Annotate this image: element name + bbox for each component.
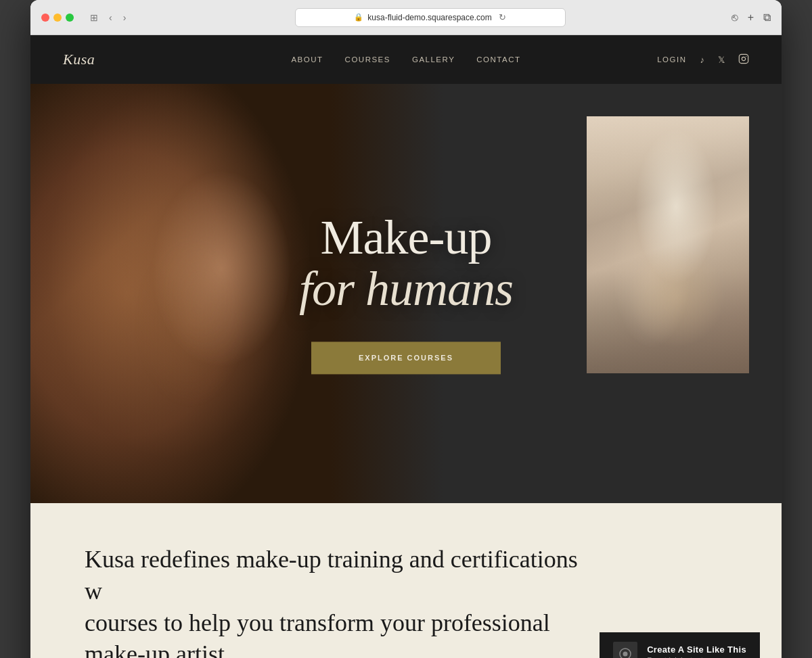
browser-actions: ⎋ + ⧉ bbox=[731, 11, 771, 24]
hero-title-line2: for humans bbox=[237, 264, 575, 315]
svg-point-2 bbox=[746, 55, 746, 56]
create-site-banner[interactable]: Create A Site Like This Free trial. Inst… bbox=[600, 632, 760, 658]
browser-controls: ⊞ ‹ › bbox=[87, 11, 129, 24]
hero-secondary-image bbox=[587, 116, 749, 373]
address-bar[interactable]: 🔒 kusa-fluid-demo.squarespace.com ↻ bbox=[295, 8, 566, 27]
squarespace-icon bbox=[613, 642, 637, 658]
site-logo[interactable]: Kusa bbox=[63, 51, 95, 68]
login-link[interactable]: LOGIN bbox=[657, 55, 686, 64]
close-button[interactable] bbox=[41, 14, 49, 22]
share-button[interactable]: ⎋ bbox=[731, 11, 738, 24]
hero-section: Make-up for humans EXPLORE COURSES bbox=[30, 84, 782, 503]
site-navigation: Kusa ABOUT COURSES GALLERY CONTACT LOGIN… bbox=[30, 35, 782, 84]
svg-rect-0 bbox=[739, 54, 748, 63]
nav-item-about[interactable]: ABOUT bbox=[291, 55, 323, 64]
svg-point-1 bbox=[742, 57, 745, 60]
nav-center: ABOUT COURSES GALLERY CONTACT bbox=[291, 55, 520, 64]
squarespace-logo bbox=[618, 647, 633, 658]
tiktok-icon[interactable]: ♪ bbox=[700, 55, 705, 65]
back-button[interactable]: ‹ bbox=[106, 11, 115, 24]
create-site-text: Create A Site Like This Free trial. Inst… bbox=[647, 644, 746, 658]
nav-right: LOGIN ♪ 𝕏 bbox=[657, 53, 749, 66]
svg-point-4 bbox=[623, 652, 628, 657]
below-hero-section: Kusa redefines make-up training and cert… bbox=[30, 503, 782, 658]
hero-title-line1: Make-up bbox=[237, 212, 575, 264]
new-tab-button[interactable]: + bbox=[748, 11, 754, 24]
forward-button[interactable]: › bbox=[120, 11, 129, 24]
browser-chrome: ⊞ ‹ › 🔒 kusa-fluid-demo.squarespace.com … bbox=[30, 0, 782, 35]
below-hero-text: Kusa redefines make-up training and cert… bbox=[85, 544, 599, 658]
reload-icon[interactable]: ↻ bbox=[499, 12, 506, 22]
twitter-icon[interactable]: 𝕏 bbox=[718, 55, 725, 65]
url-text: kusa-fluid-demo.squarespace.com bbox=[367, 13, 491, 22]
fullscreen-button[interactable] bbox=[66, 14, 74, 22]
browser-window: ⊞ ‹ › 🔒 kusa-fluid-demo.squarespace.com … bbox=[30, 0, 782, 658]
lock-icon: 🔒 bbox=[354, 13, 363, 22]
explore-courses-button[interactable]: EXPLORE COURSES bbox=[311, 342, 501, 375]
traffic-lights bbox=[41, 14, 74, 22]
website: Kusa ABOUT COURSES GALLERY CONTACT LOGIN… bbox=[30, 35, 782, 658]
create-site-title: Create A Site Like This bbox=[647, 644, 746, 655]
duplicate-tab-button[interactable]: ⧉ bbox=[763, 11, 771, 24]
sidebar-toggle-button[interactable]: ⊞ bbox=[87, 11, 101, 24]
hero-content: Make-up for humans EXPLORE COURSES bbox=[237, 212, 575, 374]
nav-item-contact[interactable]: CONTACT bbox=[476, 55, 520, 64]
instagram-icon[interactable] bbox=[738, 53, 749, 66]
nav-item-gallery[interactable]: GALLERY bbox=[412, 55, 455, 64]
minimize-button[interactable] bbox=[53, 14, 62, 22]
nav-item-courses[interactable]: COURSES bbox=[345, 55, 390, 64]
